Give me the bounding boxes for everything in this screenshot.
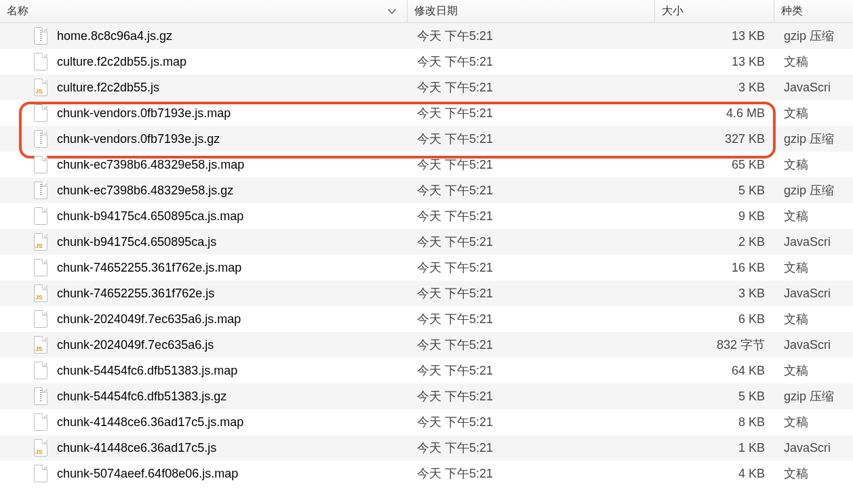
file-date-cell: 今天 下午5:21 [408, 285, 655, 301]
file-type-icon [34, 53, 49, 70]
file-kind-cell: 文稿 [774, 208, 853, 224]
file-kind-cell: 文稿 [774, 311, 853, 327]
file-size-cell: 6 KB [655, 312, 774, 327]
file-name-label: chunk-b94175c4.650895ca.js [57, 235, 216, 249]
file-kind-cell: 文稿 [774, 465, 853, 482]
sort-indicator-icon [388, 9, 396, 14]
file-name-cell: chunk-54454fc6.dfb51383.js.gz [0, 387, 408, 405]
file-type-icon [34, 465, 49, 482]
file-size-cell: 3 KB [655, 287, 774, 301]
file-type-icon [34, 362, 49, 379]
file-size-cell: 1 KB [655, 441, 774, 455]
file-row[interactable]: chunk-vendors.0fb7193e.js.map今天 下午5:214.… [0, 100, 853, 126]
file-size-cell: 65 KB [655, 158, 774, 172]
file-type-icon: JS [34, 233, 49, 251]
file-type-icon [34, 413, 49, 431]
column-header-row: 名称 修改日期 大小 种类 [0, 0, 853, 23]
file-type-icon [34, 387, 49, 405]
file-row[interactable]: JSculture.f2c2db55.js今天 下午5:213 KBJavaSc… [0, 75, 853, 100]
file-row[interactable]: chunk-b94175c4.650895ca.js.map今天 下午5:219… [0, 203, 853, 229]
file-kind-cell: gzip 压缩 [774, 28, 853, 44]
file-kind-cell: 文稿 [774, 54, 853, 70]
file-name-label: chunk-vendors.0fb7193e.js.map [57, 106, 231, 121]
file-date-cell: 今天 下午5:21 [408, 105, 655, 121]
file-name-label: home.8c8c96a4.js.gz [57, 29, 172, 43]
file-name-cell: chunk-ec7398b6.48329e58.js.map [0, 156, 408, 173]
file-name-cell: chunk-b94175c4.650895ca.js.map [0, 207, 408, 225]
file-name-label: chunk-41448ce6.36ad17c5.js.map [57, 415, 243, 429]
file-type-icon [34, 104, 49, 122]
file-type-icon: JS [34, 285, 49, 302]
column-header-name-label: 名称 [7, 4, 28, 18]
file-name-cell: home.8c8c96a4.js.gz [0, 27, 408, 45]
file-row[interactable]: chunk-41448ce6.36ad17c5.js.map今天 下午5:218… [0, 409, 853, 435]
file-row[interactable]: chunk-ec7398b6.48329e58.js.gz今天 下午5:215 … [0, 177, 853, 203]
file-date-cell: 今天 下午5:21 [408, 156, 655, 173]
file-name-cell: chunk-vendors.0fb7193e.js.map [0, 104, 408, 122]
column-header-date[interactable]: 修改日期 [408, 0, 655, 22]
column-header-name[interactable]: 名称 [0, 0, 408, 22]
file-date-cell: 今天 下午5:21 [408, 337, 655, 353]
file-date-cell: 今天 下午5:21 [408, 388, 655, 404]
file-kind-cell: JavaScri [774, 287, 853, 301]
file-size-cell: 2 KB [655, 235, 774, 249]
file-date-cell: 今天 下午5:21 [408, 208, 655, 224]
file-size-cell: 4.6 MB [655, 106, 774, 121]
column-header-kind[interactable]: 种类 [774, 0, 853, 22]
file-row[interactable]: chunk-54454fc6.dfb51383.js.map今天 下午5:216… [0, 358, 853, 383]
file-row[interactable]: chunk-74652255.361f762e.js.map今天 下午5:211… [0, 255, 853, 280]
file-name-cell: culture.f2c2db55.js.map [0, 53, 408, 70]
file-kind-cell: gzip 压缩 [774, 182, 853, 198]
file-type-icon: JS [34, 336, 49, 354]
file-size-cell: 3 KB [655, 81, 774, 95]
file-name-label: chunk-b94175c4.650895ca.js.map [57, 209, 243, 224]
file-type-icon [34, 259, 49, 276]
file-kind-cell: 文稿 [774, 156, 853, 173]
file-size-cell: 13 KB [655, 29, 774, 43]
file-row[interactable]: culture.f2c2db55.js.map今天 下午5:2113 KB文稿 [0, 49, 853, 75]
file-row[interactable]: JSchunk-41448ce6.36ad17c5.js今天 下午5:211 K… [0, 435, 853, 461]
file-date-cell: 今天 下午5:21 [408, 234, 655, 250]
file-size-cell: 64 KB [655, 364, 774, 378]
file-date-cell: 今天 下午5:21 [408, 311, 655, 327]
file-row[interactable]: JSchunk-b94175c4.650895ca.js今天 下午5:212 K… [0, 229, 853, 255]
file-kind-cell: JavaScri [774, 81, 853, 95]
file-size-cell: 832 字节 [655, 337, 774, 353]
file-row[interactable]: chunk-ec7398b6.48329e58.js.map今天 下午5:216… [0, 152, 853, 177]
file-size-cell: 13 KB [655, 55, 774, 69]
file-name-label: culture.f2c2db55.js.map [57, 55, 186, 69]
file-name-cell: chunk-74652255.361f762e.js.map [0, 259, 408, 276]
file-name-label: chunk-74652255.361f762e.js [57, 287, 214, 301]
file-size-cell: 4 KB [655, 467, 774, 481]
file-name-cell: chunk-2024049f.7ec635a6.js.map [0, 310, 408, 328]
file-name-cell: chunk-ec7398b6.48329e58.js.gz [0, 182, 408, 199]
file-name-label: chunk-54454fc6.dfb51383.js.gz [57, 390, 226, 404]
file-type-icon [34, 182, 49, 199]
file-kind-cell: JavaScri [774, 235, 853, 249]
file-name-label: culture.f2c2db55.js [57, 81, 159, 95]
file-date-cell: 今天 下午5:21 [408, 182, 655, 198]
column-header-date-label: 修改日期 [414, 4, 458, 18]
file-name-cell: JSchunk-74652255.361f762e.js [0, 285, 408, 302]
file-date-cell: 今天 下午5:21 [408, 440, 655, 456]
file-size-cell: 9 KB [655, 209, 774, 224]
column-header-kind-label: 种类 [781, 4, 803, 18]
file-type-icon [34, 130, 49, 148]
file-date-cell: 今天 下午5:21 [408, 54, 655, 70]
file-date-cell: 今天 下午5:21 [408, 131, 655, 147]
file-row[interactable]: JSchunk-2024049f.7ec635a6.js今天 下午5:21832… [0, 332, 853, 358]
file-type-icon [34, 207, 49, 225]
file-row[interactable]: home.8c8c96a4.js.gz今天 下午5:2113 KBgzip 压缩 [0, 23, 853, 49]
file-name-label: chunk-2024049f.7ec635a6.js.map [57, 312, 241, 327]
column-header-size[interactable]: 大小 [655, 0, 774, 22]
file-row[interactable]: chunk-vendors.0fb7193e.js.gz今天 下午5:21327… [0, 126, 853, 152]
file-name-label: chunk-5074aeef.64f08e06.js.map [57, 467, 238, 481]
file-row[interactable]: chunk-5074aeef.64f08e06.js.map今天 下午5:214… [0, 461, 853, 486]
file-name-label: chunk-ec7398b6.48329e58.js.map [57, 158, 244, 172]
file-row[interactable]: JSchunk-74652255.361f762e.js今天 下午5:213 K… [0, 280, 853, 306]
file-name-cell: chunk-41448ce6.36ad17c5.js.map [0, 413, 408, 431]
file-kind-cell: 文稿 [774, 362, 853, 379]
file-row[interactable]: chunk-2024049f.7ec635a6.js.map今天 下午5:216… [0, 306, 853, 332]
file-row[interactable]: chunk-54454fc6.dfb51383.js.gz今天 下午5:215 … [0, 383, 853, 409]
file-size-cell: 5 KB [655, 390, 774, 404]
